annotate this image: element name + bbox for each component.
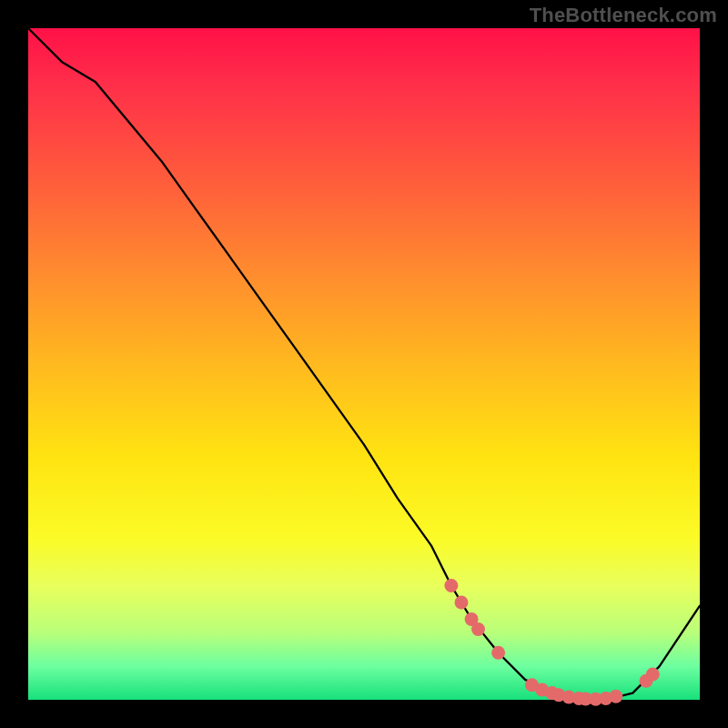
data-marker xyxy=(491,646,505,660)
plot-area xyxy=(28,28,700,700)
data-marker xyxy=(471,622,485,636)
data-marker xyxy=(646,668,660,682)
curve-svg xyxy=(28,28,700,700)
marker-group xyxy=(444,579,659,706)
chart-stage: TheBottleneck.com xyxy=(0,0,728,728)
bottleneck-curve xyxy=(28,28,700,700)
data-marker xyxy=(455,596,469,610)
data-marker xyxy=(609,690,622,703)
data-marker xyxy=(444,579,458,592)
watermark-text: TheBottleneck.com xyxy=(530,4,717,27)
